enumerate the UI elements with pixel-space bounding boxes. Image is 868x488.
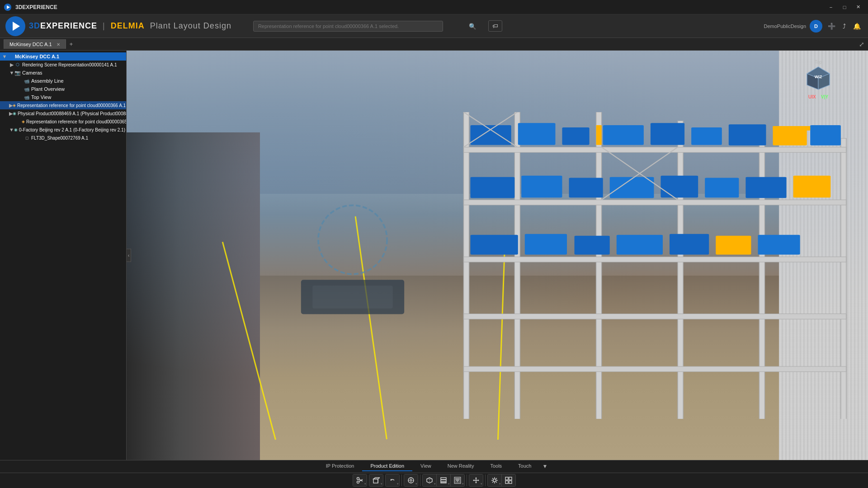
svg-marker-77: [478, 479, 479, 481]
svg-rect-18: [691, 127, 722, 145]
svg-rect-5: [678, 121, 683, 419]
svg-rect-80: [509, 477, 512, 480]
tree-item-4[interactable]: ▶ 📹 Assembly Line: [0, 77, 126, 85]
tree-icon-1: [7, 53, 14, 60]
svg-rect-25: [521, 176, 562, 198]
svg-rect-24: [471, 177, 515, 198]
new-tab-button[interactable]: +: [66, 39, 77, 49]
brand-sep: |: [103, 21, 105, 30]
svg-rect-15: [562, 127, 590, 145]
tree-item-3[interactable]: ▼ 📷 Cameras: [0, 69, 126, 77]
toolbar-tab-view[interactable]: View: [412, 461, 439, 471]
viewport-background: Top WIZ UIX V|Y: [127, 51, 868, 460]
notifications-button[interactable]: 🔔: [851, 21, 863, 32]
minimize-button[interactable]: −: [825, 2, 837, 12]
cube-tool-button[interactable]: ▾: [423, 474, 436, 486]
svg-rect-7: [841, 138, 846, 419]
user-avatar[interactable]: D: [810, 20, 822, 33]
expand-icon-8[interactable]: ▶: [9, 111, 13, 117]
filter-tool-button[interactable]: ▾: [451, 474, 464, 486]
logo-circle: [5, 16, 25, 36]
expand-icon-3[interactable]: ▼: [9, 70, 14, 75]
tab-close-icon[interactable]: ✕: [57, 42, 60, 47]
tree-item-9[interactable]: ▶ ◈ Representation reference for point c…: [0, 117, 126, 126]
nav-cube-widget[interactable]: WIZ: [805, 65, 832, 92]
toolbar-tab-newreality-label: New Reality: [448, 463, 474, 469]
machine-area: [260, 194, 445, 337]
nav-widget: Top WIZ UIX V|Y: [805, 60, 832, 100]
svg-rect-6: [759, 130, 764, 419]
toolbar-tab-view-label: View: [420, 463, 431, 469]
target-tool-button[interactable]: ▾: [404, 474, 418, 486]
svg-rect-2: [464, 112, 469, 419]
layers-tool-button[interactable]: ▾: [437, 474, 450, 486]
left-panel-collapse-button[interactable]: ‹: [127, 249, 131, 262]
expand-icon-1[interactable]: ▼: [2, 54, 7, 59]
tool-group-3: ▾: [385, 474, 400, 487]
active-tab[interactable]: McKinsey DCC A.1 ✕: [4, 39, 66, 49]
tree-label-7: Representation reference for point cloud…: [17, 103, 126, 108]
toolbar-tab-product[interactable]: Product Edition: [362, 461, 412, 471]
toolbar-tab-newreality[interactable]: New Reality: [439, 461, 482, 471]
tree-label-10: 0-Factory Beijing rev 2 A.1 (0-Factory B…: [19, 127, 125, 132]
box-tool-button[interactable]: ▾: [369, 474, 383, 486]
expand-icon-7[interactable]: ▶: [9, 103, 13, 108]
tree-label-3: Cameras: [22, 70, 42, 75]
settings-tool-button[interactable]: ▾: [488, 474, 501, 486]
toolbar-tab-ip-label: IP Protection: [326, 463, 354, 469]
tree-item-11[interactable]: ▶ ◻ FLT3D_Shape00072769 A.1: [0, 134, 126, 142]
close-button[interactable]: ✕: [852, 2, 864, 12]
undo-tool-button[interactable]: ▾: [386, 474, 399, 486]
add-button[interactable]: ➕: [826, 21, 837, 32]
svg-rect-10: [464, 257, 846, 262]
user-label: DemoPublicDesign: [764, 23, 806, 29]
tree-item-5[interactable]: ▶ 📹 Plant Overview: [0, 85, 126, 93]
svg-rect-14: [518, 123, 556, 145]
tab-label: McKinsey DCC A.1: [9, 42, 52, 47]
tree-item-6[interactable]: ▶ 📹 Top View: [0, 93, 126, 101]
toolbar-tab-touch[interactable]: Touch: [510, 461, 539, 471]
tree-icon-4: 📹: [24, 78, 30, 84]
tree-item-8[interactable]: ▶ ◉ Physical Product00088469 A.1 (Physic…: [0, 109, 126, 117]
axis-y-label: V|Y: [821, 94, 828, 99]
tree-item-10[interactable]: ▼ ◉ 0-Factory Beijing rev 2 A.1 (0-Facto…: [0, 126, 126, 134]
tree-item-1[interactable]: ▼ McKinsey DCC A.1: [0, 52, 126, 61]
tabbar: McKinsey DCC A.1 ✕ + ⤢: [0, 38, 868, 51]
svg-rect-33: [525, 234, 567, 255]
toolbar-tab-tools[interactable]: Tools: [482, 461, 510, 471]
axis-top-label: WIZ: [815, 75, 822, 79]
toolbar-more-button[interactable]: ▼: [539, 461, 550, 471]
toolbar-icons: ▾ ▾ ▾ ▾: [0, 473, 868, 488]
tree-item-2[interactable]: ▶ ⬡ Rendering Scene Representation000001…: [0, 61, 126, 69]
header: 3DEXPERIENCE | DELMIA Plant Layout Desig…: [0, 14, 868, 38]
svg-point-47: [318, 205, 387, 274]
fullscreen-button[interactable]: ⤢: [859, 41, 864, 48]
tool-separator-4: [485, 474, 486, 486]
expand-icon-2[interactable]: ▶: [9, 62, 14, 68]
tree-item-7[interactable]: ▶ ◈ Representation reference for point c…: [0, 101, 126, 109]
svg-rect-29: [705, 178, 739, 197]
maximize-button[interactable]: □: [838, 2, 851, 12]
svg-rect-9: [464, 200, 846, 205]
move-tool-button[interactable]: ▾: [469, 474, 483, 486]
tree-label-8: Physical Product00088469 A.1 (Physical P…: [18, 111, 126, 116]
left-panel: ▼ McKinsey DCC A.1 ▶ ⬡ Rendering Scene R…: [0, 51, 127, 460]
bookmark-button[interactable]: 🏷: [488, 20, 502, 32]
tool-separator-3: [467, 474, 467, 486]
grid-tool-button[interactable]: [502, 474, 515, 486]
bottom-toolbar-area: IP Protection Product Edition View New R…: [0, 460, 868, 488]
scissors-tool-button[interactable]: ▾: [353, 474, 367, 486]
toolbar-tab-tools-label: Tools: [490, 463, 502, 469]
logo-area: 3DEXPERIENCE | DELMIA Plant Layout Desig…: [5, 16, 231, 36]
search-input[interactable]: [253, 21, 443, 32]
svg-rect-37: [716, 236, 751, 255]
tree-label-6: Top View: [31, 94, 51, 100]
svg-rect-69: [441, 482, 446, 483]
share-button[interactable]: ⤴: [841, 21, 848, 32]
search-button[interactable]: 🔍: [469, 23, 476, 29]
svg-rect-31: [793, 176, 831, 198]
tree-label-4: Assembly Line: [31, 78, 64, 84]
viewport[interactable]: Top WIZ UIX V|Y: [127, 51, 868, 460]
toolbar-tab-ip[interactable]: IP Protection: [318, 461, 363, 471]
expand-icon-10[interactable]: ▼: [9, 127, 14, 132]
